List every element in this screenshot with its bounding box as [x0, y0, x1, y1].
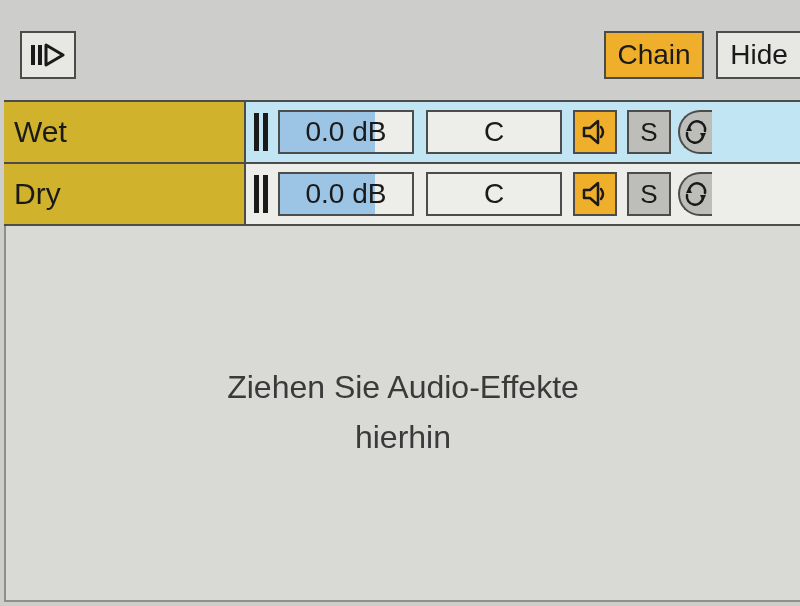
svg-marker-3: [584, 121, 598, 143]
pan-field[interactable]: C: [426, 110, 562, 154]
hot-swap-button[interactable]: [678, 172, 712, 216]
svg-rect-1: [38, 45, 42, 65]
gain-field[interactable]: 0.0 dB: [278, 172, 414, 216]
pan-field[interactable]: C: [426, 172, 562, 216]
gain-value: 0.0 dB: [306, 178, 387, 210]
effects-drop-zone[interactable]: Ziehen Sie Audio-Effekte hierhin: [4, 226, 800, 602]
speaker-icon: [582, 119, 608, 145]
chain-row[interactable]: Dry 0.0 dB C S: [4, 164, 800, 226]
chain-tab[interactable]: Chain: [604, 31, 704, 79]
hide-tab[interactable]: Hide: [716, 31, 800, 79]
chain-activator-button[interactable]: [573, 172, 617, 216]
hot-swap-icon: [683, 181, 709, 207]
svg-rect-0: [31, 45, 35, 65]
svg-marker-6: [584, 183, 598, 205]
play-queued-button[interactable]: [20, 31, 76, 79]
play-queued-icon: [31, 43, 65, 67]
solo-button[interactable]: S: [627, 110, 671, 154]
drop-hint-text: Ziehen Sie Audio-Effekte hierhin: [227, 363, 579, 462]
chain-name-field[interactable]: Wet: [4, 102, 246, 162]
chain-list: Wet 0.0 dB C S Dry: [4, 100, 800, 226]
svg-marker-2: [46, 45, 63, 65]
drag-handle-icon[interactable]: [246, 102, 276, 162]
gain-field[interactable]: 0.0 dB: [278, 110, 414, 154]
hot-swap-icon: [683, 119, 709, 145]
drag-handle-icon[interactable]: [246, 164, 276, 224]
hot-swap-button[interactable]: [678, 110, 712, 154]
speaker-icon: [582, 181, 608, 207]
chain-row[interactable]: Wet 0.0 dB C S: [4, 102, 800, 164]
gain-value: 0.0 dB: [306, 116, 387, 148]
solo-button[interactable]: S: [627, 172, 671, 216]
chain-activator-button[interactable]: [573, 110, 617, 154]
chain-name-field[interactable]: Dry: [4, 164, 246, 224]
toolbar: Chain Hide: [0, 28, 800, 82]
